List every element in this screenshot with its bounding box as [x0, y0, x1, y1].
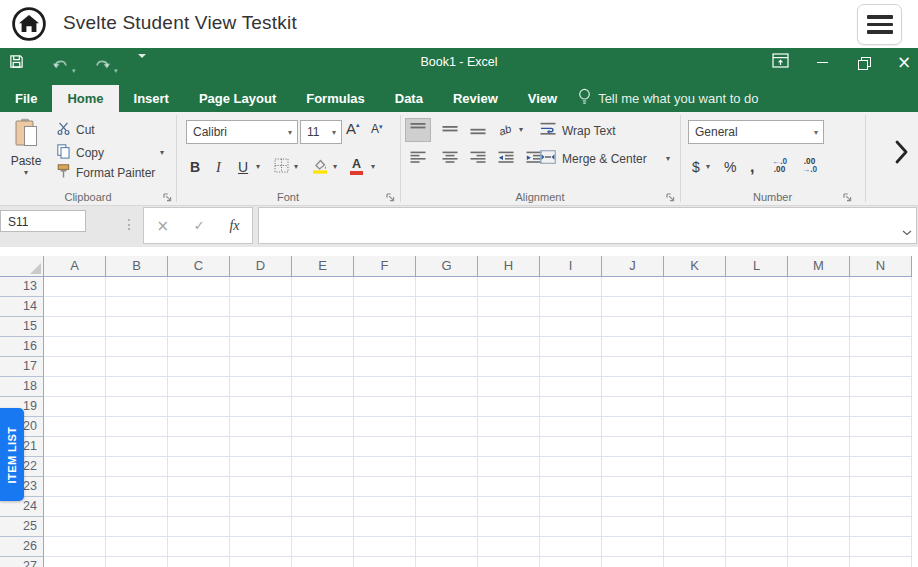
grid-cell-A16[interactable]	[44, 337, 106, 357]
grid-cell-M18[interactable]	[788, 377, 850, 397]
grid-cell-F23[interactable]	[354, 477, 416, 497]
grid-cell-G26[interactable]	[416, 537, 478, 557]
grid-cell-L27[interactable]	[726, 557, 788, 567]
grid-cell-D27[interactable]	[230, 557, 292, 567]
tab-formulas[interactable]: Formulas	[291, 85, 380, 112]
grid-cell-H18[interactable]	[478, 377, 540, 397]
grid-cell-J23[interactable]	[602, 477, 664, 497]
grid-cell-L26[interactable]	[726, 537, 788, 557]
grid-cell-F14[interactable]	[354, 297, 416, 317]
grid-cell-I23[interactable]	[540, 477, 602, 497]
bottom-align-button[interactable]	[466, 119, 490, 141]
grid-cell-F17[interactable]	[354, 357, 416, 377]
grid-cell-H20[interactable]	[478, 417, 540, 437]
clipboard-dialog-launcher[interactable]	[163, 192, 173, 202]
grid-cell-I20[interactable]	[540, 417, 602, 437]
grid-cell-B24[interactable]	[106, 497, 168, 517]
grid-cell-A20[interactable]	[44, 417, 106, 437]
underline-dropdown-arrow[interactable]: ▾	[256, 162, 260, 171]
minimize-button[interactable]	[805, 48, 839, 77]
grid-cell-D14[interactable]	[230, 297, 292, 317]
grid-cell-G17[interactable]	[416, 357, 478, 377]
column-header-B[interactable]: B	[106, 256, 168, 277]
shrink-font-button[interactable]: A ▾	[371, 122, 383, 136]
grid-cell-M14[interactable]	[788, 297, 850, 317]
grid-cell-C24[interactable]	[168, 497, 230, 517]
grid-cell-C17[interactable]	[168, 357, 230, 377]
row-header-17[interactable]: 17	[0, 357, 44, 377]
align-left-button[interactable]	[406, 148, 430, 170]
tell-me-box[interactable]: Tell me what you want to do	[578, 85, 758, 112]
column-header-L[interactable]: L	[726, 256, 788, 277]
paste-button[interactable]: Paste ▾	[5, 118, 47, 188]
grid-cell-G23[interactable]	[416, 477, 478, 497]
grid-cell-G21[interactable]	[416, 437, 478, 457]
grid-cell-G27[interactable]	[416, 557, 478, 567]
grid-cell-I22[interactable]	[540, 457, 602, 477]
grid-cell-M21[interactable]	[788, 437, 850, 457]
grid-cell-G19[interactable]	[416, 397, 478, 417]
grid-cell-A13[interactable]	[44, 277, 106, 297]
underline-button[interactable]: U	[238, 156, 248, 178]
grid-cell-L19[interactable]	[726, 397, 788, 417]
tab-insert[interactable]: Insert	[119, 85, 184, 112]
home-button[interactable]	[11, 6, 47, 42]
grid-cell-G18[interactable]	[416, 377, 478, 397]
row-header-13[interactable]: 13	[0, 277, 44, 297]
grid-cell-K23[interactable]	[664, 477, 726, 497]
grid-cell-E15[interactable]	[292, 317, 354, 337]
restore-button[interactable]	[847, 48, 881, 77]
grid-cell-H15[interactable]	[478, 317, 540, 337]
grid-cell-N18[interactable]	[850, 377, 912, 397]
grid-cell-N24[interactable]	[850, 497, 912, 517]
grid-cell-J13[interactable]	[602, 277, 664, 297]
grid-cell-N15[interactable]	[850, 317, 912, 337]
formula-bar-handle[interactable]	[128, 219, 130, 230]
grid-cell-I17[interactable]	[540, 357, 602, 377]
grid-cell-J26[interactable]	[602, 537, 664, 557]
column-header-H[interactable]: H	[478, 256, 540, 277]
grid-cell-C27[interactable]	[168, 557, 230, 567]
grid-cell-E16[interactable]	[292, 337, 354, 357]
grid-cell-K19[interactable]	[664, 397, 726, 417]
grid-cell-K26[interactable]	[664, 537, 726, 557]
grid-cell-D15[interactable]	[230, 317, 292, 337]
grid-cell-G20[interactable]	[416, 417, 478, 437]
ribbon-display-options-button[interactable]	[763, 48, 797, 77]
grid-cell-J14[interactable]	[602, 297, 664, 317]
cut-button[interactable]: Cut	[57, 122, 95, 138]
align-right-button[interactable]	[466, 148, 490, 170]
grid-cell-A27[interactable]	[44, 557, 106, 567]
grid-cell-E27[interactable]	[292, 557, 354, 567]
grid-cell-C19[interactable]	[168, 397, 230, 417]
grid-cell-N19[interactable]	[850, 397, 912, 417]
grid-cell-D21[interactable]	[230, 437, 292, 457]
grid-cell-J15[interactable]	[602, 317, 664, 337]
item-list-tab[interactable]: ITEM LIST	[0, 408, 24, 501]
grid-cell-C25[interactable]	[168, 517, 230, 537]
grid-cell-I14[interactable]	[540, 297, 602, 317]
grid-cell-H17[interactable]	[478, 357, 540, 377]
grid-cell-D19[interactable]	[230, 397, 292, 417]
top-align-button[interactable]	[406, 119, 430, 141]
tab-file[interactable]: File	[0, 85, 52, 112]
grid-cell-L18[interactable]	[726, 377, 788, 397]
grid-cell-K20[interactable]	[664, 417, 726, 437]
grid-cell-J21[interactable]	[602, 437, 664, 457]
grid-cell-L24[interactable]	[726, 497, 788, 517]
grid-cell-E24[interactable]	[292, 497, 354, 517]
grid-cell-L21[interactable]	[726, 437, 788, 457]
grid-cell-J27[interactable]	[602, 557, 664, 567]
comma-style-button[interactable]: ,	[750, 156, 754, 178]
grid-cell-M15[interactable]	[788, 317, 850, 337]
grid-cell-G25[interactable]	[416, 517, 478, 537]
grid-cell-A25[interactable]	[44, 517, 106, 537]
grid-cell-A21[interactable]	[44, 437, 106, 457]
grid-cell-C14[interactable]	[168, 297, 230, 317]
orientation-button[interactable]: ab	[494, 119, 516, 141]
grid-cell-L14[interactable]	[726, 297, 788, 317]
format-painter-button[interactable]: Format Painter	[57, 164, 155, 182]
grid-cell-J19[interactable]	[602, 397, 664, 417]
grid-cell-D13[interactable]	[230, 277, 292, 297]
grid-cell-E20[interactable]	[292, 417, 354, 437]
